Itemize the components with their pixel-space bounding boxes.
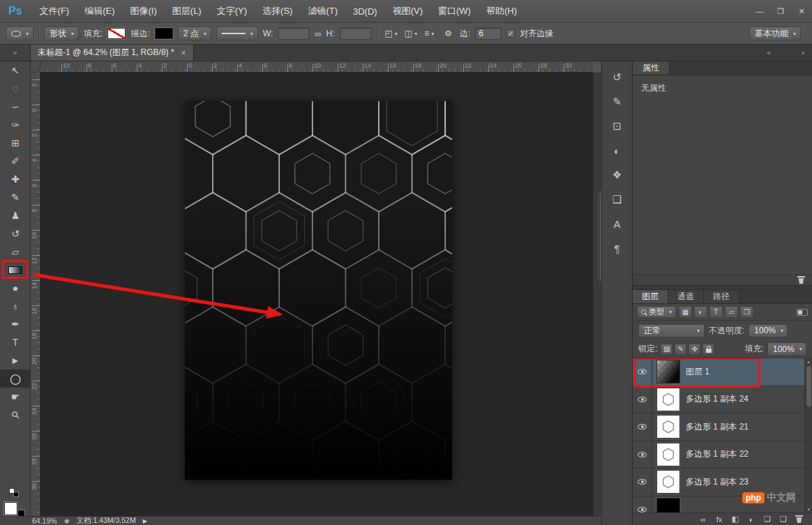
opacity-select[interactable]: 100% ▾ xyxy=(749,324,788,337)
clone-source-panel-icon[interactable]: ⊡ xyxy=(607,117,628,135)
height-input[interactable] xyxy=(340,27,372,40)
fill-swatch[interactable] xyxy=(107,28,126,39)
delete-layer-icon[interactable] xyxy=(795,515,804,523)
layer-visibility-toggle[interactable] xyxy=(633,441,652,469)
menu-window[interactable]: 窗口(W) xyxy=(430,0,479,22)
layer-row[interactable]: 多边形 1 副本 22 xyxy=(633,441,812,469)
layer-thumbnail[interactable] xyxy=(656,443,680,466)
lock-position-button[interactable]: ✜ xyxy=(689,344,700,355)
layer-thumbnail[interactable] xyxy=(656,388,680,411)
brush-tool[interactable]: ✎ xyxy=(0,188,31,206)
styles-panel-icon[interactable]: ❖ xyxy=(607,166,628,184)
menu-type[interactable]: 文字(Y) xyxy=(209,0,255,22)
lock-all-button[interactable] xyxy=(702,344,714,355)
tool-preset-select[interactable]: ▾ xyxy=(6,26,33,40)
blend-mode-select[interactable]: 正常 ▾ xyxy=(638,324,705,337)
crop-tool[interactable]: ⊞ xyxy=(0,134,31,152)
menu-layer[interactable]: 图层(L) xyxy=(165,0,209,22)
layer-thumbnail[interactable] xyxy=(656,498,680,512)
layer-thumbnail[interactable] xyxy=(656,470,680,494)
width-input[interactable] xyxy=(278,27,310,40)
tab-layers[interactable]: 图层 xyxy=(633,290,668,303)
status-expand-arrow[interactable]: ▶ xyxy=(143,518,147,524)
filter-type-layers-button[interactable]: T xyxy=(709,306,723,318)
canvas-document[interactable] xyxy=(185,101,452,480)
shape-settings-button[interactable]: ⚙ xyxy=(442,26,455,40)
lasso-tool[interactable]: ∽ xyxy=(0,98,31,116)
layer-visibility-toggle[interactable] xyxy=(633,496,652,513)
layer-row[interactable]: 图层 1 xyxy=(633,358,812,386)
zoom-level[interactable]: 64.19% xyxy=(32,517,57,525)
blur-tool[interactable]: ● xyxy=(0,279,31,297)
layers-scrollbar[interactable]: ▴ ▾ xyxy=(804,358,812,512)
healing-brush-tool[interactable]: ✚ xyxy=(0,170,31,188)
menu-edit[interactable]: 编辑(E) xyxy=(77,0,122,22)
layer-thumbnail[interactable] xyxy=(656,415,680,439)
path-selection-tool[interactable]: ► xyxy=(0,351,31,370)
filter-pixel-layers-button[interactable]: ▦ xyxy=(679,306,692,318)
tab-channels[interactable]: 通道 xyxy=(668,290,704,303)
filter-smart-objects-button[interactable]: ❒ xyxy=(740,306,753,318)
menu-help[interactable]: 帮助(H) xyxy=(479,0,525,22)
lock-transparent-pixels-button[interactable]: ▨ xyxy=(661,344,672,355)
layer-visibility-toggle[interactable] xyxy=(633,358,652,386)
stroke-width-select[interactable]: 2 点 ▾ xyxy=(178,26,211,40)
scroll-down-icon[interactable]: ▾ xyxy=(807,506,810,512)
adjustment-layer-icon[interactable]: ◐ xyxy=(747,515,755,524)
filter-type-select[interactable]: 类型 ▾ xyxy=(637,306,676,318)
stroke-type-select[interactable]: ▾ xyxy=(216,26,258,40)
toolbar-collapse-chevron[interactable]: » xyxy=(0,45,31,61)
workspace-select[interactable]: 基本功能 ▾ xyxy=(749,26,801,40)
fill-select[interactable]: 100% ▾ xyxy=(767,342,806,356)
dodge-tool[interactable]: ♁ xyxy=(0,297,31,315)
type-tool[interactable]: T xyxy=(0,333,31,351)
brush-presets-panel-icon[interactable]: ✎ xyxy=(607,93,628,111)
panels-collapse-chevron[interactable]: » xyxy=(784,45,812,61)
tab-paths[interactable]: 路径 xyxy=(704,290,739,303)
layer-thumbnail[interactable] xyxy=(656,360,680,383)
tool-mode-select[interactable]: 形状 ▾ xyxy=(44,26,79,40)
trash-icon[interactable] xyxy=(797,276,805,284)
filter-shape-layers-button[interactable]: ▱ xyxy=(725,306,738,318)
filter-toggle-switch[interactable] xyxy=(797,309,808,316)
document-tab[interactable]: 未标题-1 @ 64.2% (图层 1, RGB/8) * × xyxy=(31,45,194,61)
close-tab-icon[interactable]: × xyxy=(181,48,186,58)
layer-row[interactable]: 多边形 1 副本 21 xyxy=(633,413,812,441)
tab-properties[interactable]: 属性 xyxy=(633,61,670,75)
new-layer-icon[interactable]: ❑ xyxy=(779,515,788,524)
eyedropper-tool[interactable]: ✐ xyxy=(0,152,31,170)
lock-image-pixels-button[interactable]: ✎ xyxy=(675,344,686,355)
elliptical-marquee-tool[interactable]: ◌ xyxy=(0,79,31,98)
canvas-pasteboard[interactable] xyxy=(40,73,593,516)
eraser-tool[interactable]: ▱ xyxy=(0,243,31,261)
layer-visibility-toggle[interactable] xyxy=(633,469,652,496)
close-button[interactable]: ✕ xyxy=(791,0,812,22)
ellipse-tool[interactable]: ◯ xyxy=(0,370,31,388)
minimize-button[interactable]: — xyxy=(749,0,770,22)
layer-visibility-toggle[interactable] xyxy=(633,413,652,441)
menu-select[interactable]: 选择(S) xyxy=(255,0,300,22)
default-colors-icon[interactable] xyxy=(0,487,31,498)
path-arrange-button[interactable]: ≡▾ xyxy=(421,26,437,40)
clone-stamp-tool[interactable]: ♟ xyxy=(0,206,31,225)
menu-image[interactable]: 图像(I) xyxy=(123,0,165,22)
sides-input[interactable] xyxy=(475,27,502,40)
layer-mask-icon[interactable]: ◧ xyxy=(731,515,739,524)
menu-3d[interactable]: 3D(D) xyxy=(345,0,385,22)
icon-strip-collapse-chevron[interactable]: « xyxy=(753,45,784,61)
menu-filter[interactable]: 滤镜(T) xyxy=(300,0,345,22)
move-tool[interactable]: ↖ xyxy=(0,61,31,79)
filter-adjustment-layers-button[interactable]: ◐ xyxy=(694,306,707,318)
3d-panel-icon[interactable]: ❑ xyxy=(607,190,628,208)
path-alignment-button[interactable]: ◫▾ xyxy=(402,26,420,40)
scroll-up-icon[interactable]: ▴ xyxy=(807,358,810,365)
hand-tool[interactable]: ☛ xyxy=(0,388,31,406)
paragraph-panel-icon[interactable]: ¶ xyxy=(607,239,628,257)
zoom-tool[interactable]: ⚲ xyxy=(0,406,31,424)
align-edges-checkbox[interactable]: ✓ xyxy=(506,29,515,38)
stroke-swatch[interactable] xyxy=(155,28,173,39)
restore-button[interactable]: ❐ xyxy=(770,0,791,22)
layer-visibility-toggle[interactable] xyxy=(633,386,652,413)
link-dimensions-icon[interactable]: ∞ xyxy=(315,29,321,39)
scrollbar-thumb[interactable] xyxy=(806,366,811,406)
